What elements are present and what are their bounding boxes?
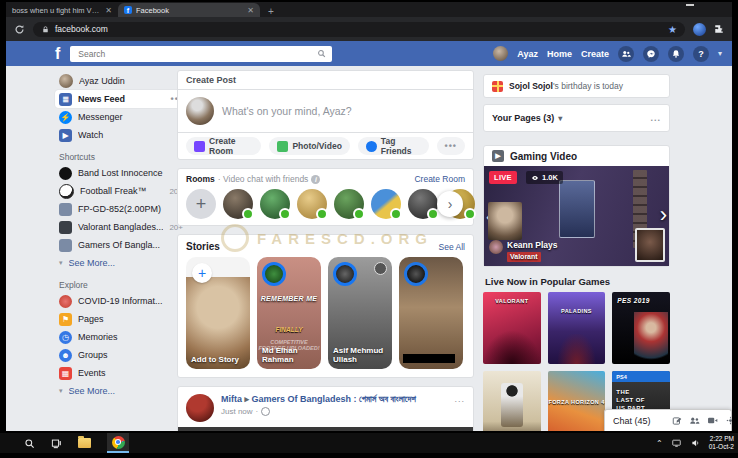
task-view-icon[interactable] (51, 438, 62, 449)
post-group-link[interactable]: Gamers Of Bangladesh : গেমার্স অব বাংলাদ… (252, 394, 416, 404)
tab-close-icon[interactable]: ✕ (105, 6, 112, 15)
facebook-logo[interactable]: f (55, 46, 60, 62)
sidebar-item-explore[interactable]: ⚑ Pages (55, 310, 187, 328)
stories-see-all-link[interactable]: See All (439, 242, 465, 252)
sidebar-item-explore[interactable]: ▦ Events (55, 364, 187, 382)
new-message-icon[interactable] (672, 416, 682, 426)
new-tab-button[interactable]: + (268, 6, 274, 17)
post-prompt-input[interactable]: What's on your mind, Ayaz? (222, 105, 352, 117)
add-story-plus-icon[interactable]: + (192, 263, 212, 283)
tag-friends-button[interactable]: Tag Friends (358, 137, 429, 155)
birthday-name-link[interactable]: Sojol Sojol (509, 81, 553, 91)
taskbar-clock[interactable]: 2:22 PM 01-Oct-2 (709, 435, 734, 451)
file-explorer-icon[interactable] (78, 438, 91, 448)
birthday-card[interactable]: Sojol Sojol's birthday is today (483, 74, 670, 98)
address-bar[interactable]: facebook.com ★ (33, 22, 685, 37)
photo-video-button[interactable]: Photo/Video (269, 137, 349, 155)
friend-avatar[interactable] (260, 189, 290, 219)
post-timestamp[interactable]: Just now (221, 407, 253, 416)
your-pages-card[interactable]: Your Pages (3) ▾ ... (483, 104, 670, 132)
live-video-player[interactable]: LIVE 1.0K ‹ › Keann Plays Valorant (484, 166, 669, 266)
video-chat-icon[interactable] (707, 415, 718, 426)
sidebar-item-shortcut[interactable]: Football Freak™ 20+ (55, 182, 187, 200)
search-icon[interactable] (317, 49, 326, 58)
window-minimize-button[interactable] (686, 4, 694, 6)
sidebar-item-explore[interactable]: ◷ Memories (55, 328, 187, 346)
taskbar-search-icon[interactable] (24, 438, 35, 449)
reload-icon[interactable] (14, 24, 25, 35)
post-author-avatar[interactable] (186, 394, 214, 422)
post-media-clipped (178, 427, 473, 431)
story-card[interactable] (399, 257, 463, 369)
profile-avatar[interactable] (493, 46, 508, 61)
post-options-icon[interactable]: ... (454, 394, 465, 422)
chat-settings-icon[interactable] (725, 415, 732, 426)
account-menu-caret-icon[interactable]: ▾ (718, 49, 722, 58)
sidebar-item-explore[interactable]: COVID-19 Informat... (55, 292, 187, 310)
chrome-taskbar-button[interactable] (107, 433, 129, 453)
streamer-name[interactable]: Keann Plays (507, 240, 558, 250)
live-now-title: Live Now in Popular Games (485, 276, 668, 287)
tab-other[interactable]: boss when u fight him VS th ✕ (6, 3, 118, 17)
user-avatar[interactable] (186, 97, 214, 125)
game-tile[interactable]: PUBG (483, 371, 541, 431)
browser-profile-avatar[interactable] (693, 23, 706, 36)
help-icon[interactable]: ? (693, 46, 709, 62)
messenger-icon[interactable] (643, 46, 659, 62)
shortcuts-header: Shortcuts (59, 152, 187, 162)
notifications-bell-icon[interactable] (668, 46, 684, 62)
sidebar-item-shortcut[interactable]: FP-GD-852(2.00PM) (55, 200, 187, 218)
game-tile[interactable]: PALADINS (548, 292, 606, 364)
sidebar-item-shortcut[interactable]: Gamers Of Bangla... 9 (55, 236, 187, 254)
more-options-button[interactable]: ••• (437, 137, 465, 155)
shortcuts-see-more[interactable]: ▾ See More... (55, 254, 187, 272)
sidebar-item-news-feed[interactable]: ≣ News Feed ••• (55, 90, 187, 108)
tab-facebook[interactable]: f Facebook ✕ (118, 3, 260, 17)
sidebar-item-explore[interactable]: ☻ Groups 4 (55, 346, 187, 364)
friend-avatar[interactable] (371, 189, 401, 219)
sidebar-item-shortcut[interactable]: Valorant Banglades... 20+ (55, 218, 187, 236)
home-link[interactable]: Home (547, 49, 572, 59)
pages-caret-icon[interactable]: ▾ (558, 114, 562, 123)
gaming-video-card: ▶ Gaming Video LIVE 1.0K ‹ › (483, 145, 670, 267)
friend-avatar[interactable] (297, 189, 327, 219)
add-to-story-card[interactable]: + Add to Story (186, 257, 250, 369)
create-room-button[interactable]: Create Room (186, 137, 261, 155)
volume-icon[interactable] (690, 438, 701, 448)
extensions-puzzle-icon[interactable] (714, 24, 724, 34)
friend-avatar[interactable] (334, 189, 364, 219)
bookmark-star-icon[interactable]: ★ (668, 24, 677, 35)
post-author-link[interactable]: Mifta (221, 394, 242, 404)
contacts-icon[interactable] (689, 415, 700, 426)
explore-see-more[interactable]: ▾ See More... (55, 382, 187, 400)
sidebar-item-shortcut[interactable]: Band Lost Innocence (55, 164, 187, 182)
story-card[interactable]: Asif Mehmud Ullash (328, 257, 392, 369)
search-bar[interactable] (70, 46, 332, 62)
add-room-button[interactable]: + (186, 189, 216, 219)
tray-show-hidden-icon[interactable]: ⌃ (656, 439, 663, 448)
friend-avatar[interactable] (408, 189, 438, 219)
chat-bar[interactable]: Chat (45) (604, 409, 732, 431)
create-room-link[interactable]: Create Room (414, 174, 465, 184)
sidebar-item-profile[interactable]: Ayaz Uddin (55, 72, 187, 90)
friend-avatar[interactable] (223, 189, 253, 219)
game-tile[interactable]: PES 2019 (612, 292, 670, 364)
sidebar-item-messenger[interactable]: ⚡ Messenger (55, 108, 187, 126)
story-card[interactable]: REMEMBER ME FINALLY COMPETITIVE FOOTAGE … (257, 257, 321, 369)
pages-options-icon[interactable]: ... (650, 113, 661, 123)
info-icon[interactable]: i (311, 175, 320, 184)
profile-name-link[interactable]: Ayaz (517, 49, 538, 59)
messenger-icon: ⚡ (59, 111, 72, 124)
friend-requests-icon[interactable] (618, 46, 634, 62)
game-tile[interactable]: FORZA HORIZON 4 (548, 371, 606, 431)
game-tile[interactable]: VALORANT (483, 292, 541, 364)
carousel-next-chevron-icon[interactable]: › (660, 202, 667, 228)
search-input[interactable] (76, 48, 313, 60)
network-icon[interactable] (671, 438, 682, 448)
tab-close-icon[interactable]: ✕ (247, 6, 254, 15)
next-video-thumbnail[interactable] (635, 228, 665, 262)
chat-label[interactable]: Chat (45) (613, 416, 665, 426)
rooms-next-chevron-icon[interactable]: › (437, 191, 463, 217)
sidebar-item-watch[interactable]: ▶ Watch (55, 126, 187, 144)
create-link[interactable]: Create (581, 49, 609, 59)
